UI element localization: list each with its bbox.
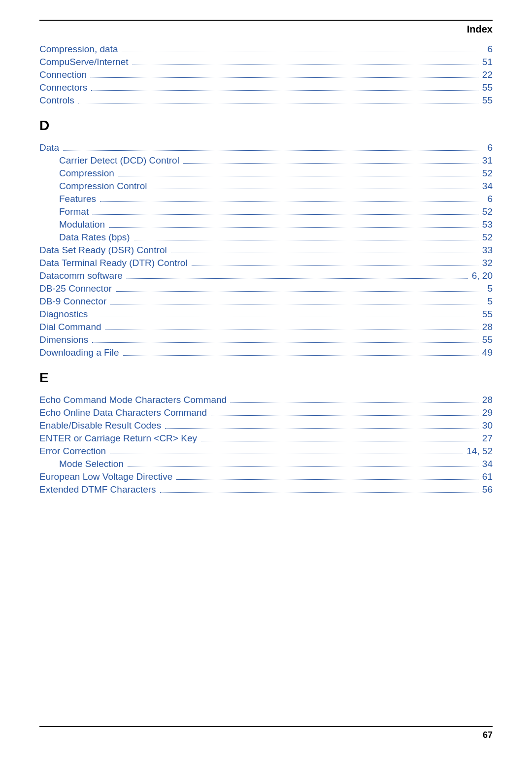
- entry-label: Data Rates (bps): [59, 232, 130, 243]
- entry-dots: [151, 189, 478, 189]
- entry-page: 27: [482, 433, 493, 444]
- entry-label: Controls: [39, 95, 74, 106]
- entry-dots: [109, 227, 478, 228]
- entry-page: 6: [487, 44, 493, 55]
- entry-page: 55: [482, 309, 493, 320]
- header: Index: [39, 20, 493, 35]
- list-item: Features6: [39, 194, 493, 204]
- entry-label: ENTER or Carriage Return <CR> Key: [39, 433, 197, 444]
- section-letter-e: E: [39, 370, 493, 386]
- list-item: Format52: [39, 206, 493, 217]
- entry-page: 52: [482, 168, 493, 179]
- page: Index Compression, data6CompuServe/Inter…: [0, 0, 532, 765]
- list-item: Downloading a File49: [39, 347, 493, 358]
- list-item: Data Terminal Ready (DTR) Control32: [39, 258, 493, 268]
- entry-label: Features: [59, 194, 96, 204]
- entry-label: Connection: [39, 69, 87, 80]
- entry-label: Datacomm software: [39, 270, 123, 281]
- entry-label: European Low Voltage Directive: [39, 471, 172, 482]
- entry-label: Extended DTMF Characters: [39, 484, 156, 495]
- entry-page: 31: [482, 155, 493, 166]
- entry-page: 5: [487, 283, 493, 294]
- entry-label: Echo Command Mode Characters Command: [39, 395, 227, 405]
- entry-page: 52: [482, 232, 493, 243]
- entry-dots: [160, 492, 478, 493]
- entry-page: 51: [482, 57, 493, 67]
- entry-dots: [134, 240, 478, 240]
- entry-page: 29: [482, 407, 493, 418]
- entry-label: DB-9 Connector: [39, 296, 106, 307]
- entry-dots: [105, 330, 478, 330]
- entry-label: Echo Online Data Characters Command: [39, 407, 207, 418]
- entry-page: 52: [482, 206, 493, 217]
- entry-page: 5: [487, 296, 493, 307]
- content: Compression, data6CompuServe/Internet51C…: [39, 44, 493, 495]
- entry-page: 32: [482, 258, 493, 268]
- entry-page: 28: [482, 322, 493, 333]
- entry-dots: [92, 342, 478, 343]
- list-item: Compression52: [39, 168, 493, 179]
- list-item: ENTER or Carriage Return <CR> Key27: [39, 433, 493, 444]
- entry-label: Carrier Detect (DCD) Control: [59, 155, 179, 166]
- entry-dots: [100, 201, 483, 202]
- list-item: Data Set Ready (DSR) Control33: [39, 245, 493, 256]
- section-letter-d: D: [39, 118, 493, 133]
- entry-dots: [165, 428, 478, 429]
- entry-label: Modulation: [59, 219, 105, 230]
- entry-dots: [78, 103, 478, 103]
- entry-label: DB-25 Connector: [39, 283, 112, 294]
- entry-dots: [176, 479, 478, 480]
- entry-page: 55: [482, 95, 493, 106]
- list-item: Compression, data6: [39, 44, 493, 55]
- entry-dots: [231, 402, 478, 403]
- entry-page: 55: [482, 82, 493, 93]
- entry-page: 14, 52: [466, 446, 493, 457]
- entry-dots: [211, 415, 478, 416]
- entry-page: 34: [482, 459, 493, 469]
- entry-dots: [201, 441, 478, 441]
- list-item: Data6: [39, 142, 493, 153]
- list-item: Connectors55: [39, 82, 493, 93]
- entry-dots: [118, 176, 478, 176]
- list-item: Datacomm software6, 20: [39, 270, 493, 281]
- entry-label: Connectors: [39, 82, 87, 93]
- entry-page: 33: [482, 245, 493, 256]
- entry-dots: [123, 355, 478, 356]
- list-item: Echo Online Data Characters Command29: [39, 407, 493, 418]
- entry-label: Compression: [59, 168, 114, 179]
- entry-page: 6: [487, 142, 493, 153]
- list-item: Dial Command28: [39, 322, 493, 333]
- entry-dots: [91, 90, 478, 91]
- entry-dots: [92, 317, 478, 317]
- list-item: Enable/Disable Result Codes30: [39, 420, 493, 431]
- entry-page: 61: [482, 471, 493, 482]
- entry-dots: [128, 466, 478, 467]
- entry-label: Compression Control: [59, 181, 147, 192]
- entry-label: Mode Selection: [59, 459, 124, 469]
- entry-label: Enable/Disable Result Codes: [39, 420, 161, 431]
- entry-label: CompuServe/Internet: [39, 57, 129, 67]
- entry-page: 22: [482, 69, 493, 80]
- entry-page: 53: [482, 219, 493, 230]
- entry-label: Downloading a File: [39, 347, 119, 358]
- entry-page: 6: [487, 194, 493, 204]
- entry-label: Dial Command: [39, 322, 101, 333]
- entry-page: 28: [482, 395, 493, 405]
- entry-page: 56: [482, 484, 493, 495]
- entry-label: Diagnostics: [39, 309, 88, 320]
- entry-dots: [63, 150, 483, 151]
- entry-page: 30: [482, 420, 493, 431]
- list-item: Controls55: [39, 95, 493, 106]
- list-item: Carrier Detect (DCD) Control31: [39, 155, 493, 166]
- list-item: CompuServe/Internet51: [39, 57, 493, 67]
- entry-page: 49: [482, 347, 493, 358]
- entry-page: 34: [482, 181, 493, 192]
- entry-label: Error Correction: [39, 446, 106, 457]
- list-item: Dimensions55: [39, 334, 493, 345]
- entry-dots: [171, 253, 478, 253]
- entry-page: 6, 20: [472, 270, 493, 281]
- entry-dots: [133, 65, 478, 65]
- list-item: Connection22: [39, 69, 493, 80]
- entry-dots: [122, 52, 483, 52]
- entry-label: Data: [39, 142, 59, 153]
